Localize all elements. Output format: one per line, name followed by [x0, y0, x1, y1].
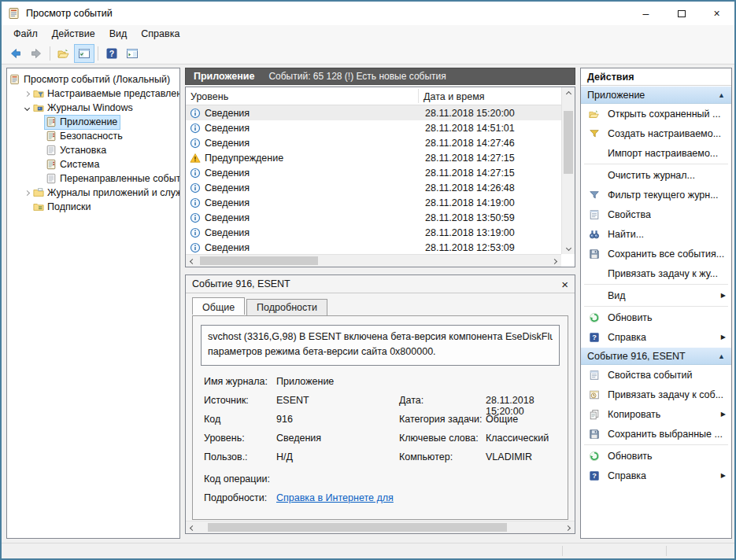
menu-item-Файл[interactable]: Файл — [6, 27, 45, 41]
svg-text:?: ? — [109, 48, 114, 57]
action-item[interactable]: Копировать▶ — [581, 404, 731, 424]
collapsed-chevron-icon[interactable] — [21, 92, 32, 96]
action-item[interactable]: Сохранить выбранные ... — [581, 424, 731, 444]
tree-item-3[interactable]: Приложение — [7, 115, 179, 129]
action-item[interactable]: Импорт настраиваемо... — [581, 143, 731, 163]
actions-section-header-0[interactable]: Приложение▲ — [581, 86, 731, 104]
event-datetime: 28.11.2018 12:53:09 — [419, 242, 515, 253]
tree-item-1[interactable]: Настраиваемые представления — [7, 87, 179, 101]
event-row[interactable]: Предупреждение28.11.2018 14:27:15 — [186, 150, 561, 165]
event-message-box[interactable]: svchost (3316,G,98) В ESENT включена бет… — [201, 325, 560, 366]
scroll-right-button[interactable] — [561, 521, 575, 534]
action-item[interactable]: Создать настраиваемо... — [581, 123, 731, 143]
event-level: Сведения — [205, 242, 250, 253]
event-row[interactable]: Сведения28.11.2018 14:19:00 — [186, 195, 561, 210]
tree-item-9[interactable]: Подписки — [7, 200, 179, 214]
event-row[interactable]: Сведения28.11.2018 13:50:59 — [186, 210, 561, 225]
action-item[interactable]: Обновить — [581, 446, 731, 466]
scroll-left-button[interactable] — [186, 255, 199, 267]
menu-item-Вид[interactable]: Вид — [102, 27, 135, 41]
action-item[interactable]: Фильтр текущего журн... — [581, 185, 731, 204]
event-datetime: 28.11.2018 15:20:00 — [419, 108, 515, 119]
event-row[interactable]: Сведения28.11.2018 13:19:00 — [186, 225, 561, 240]
event-level: Сведения — [205, 227, 250, 238]
close-button[interactable]: × — [699, 2, 734, 25]
event-row[interactable]: Сведения28.11.2018 14:27:15 — [186, 165, 561, 180]
action-item[interactable]: Свойства событий — [581, 365, 731, 385]
tree-item-8[interactable]: Журналы приложений и служб — [7, 186, 179, 200]
field-label: Источник: — [204, 395, 249, 406]
details-horizontal-scrollbar[interactable] — [186, 521, 575, 533]
window-title: Просмотр событий — [26, 8, 113, 19]
column-header-level[interactable]: Уровень — [186, 87, 418, 105]
action-item[interactable]: Очистить журнал... — [581, 165, 731, 185]
scroll-up-button[interactable] — [562, 87, 575, 100]
action-item[interactable]: Найти... — [581, 224, 731, 244]
collapsed-chevron-icon[interactable] — [21, 191, 32, 195]
scroll-thumb[interactable] — [564, 111, 573, 174]
collapse-caret-icon[interactable]: ▲ — [718, 352, 725, 360]
event-row[interactable]: Сведения28.11.2018 14:27:46 — [186, 135, 561, 150]
event-list-vertical-scrollbar[interactable] — [561, 87, 575, 254]
action-item[interactable]: Вид▶ — [581, 286, 731, 305]
details-close-button[interactable]: × — [561, 278, 568, 290]
tree-item-label: Безопасность — [60, 131, 123, 142]
action-item-label: Копировать — [608, 409, 660, 420]
scroll-thumb[interactable] — [200, 256, 318, 265]
action-item[interactable]: Свойства — [581, 204, 731, 224]
back-button[interactable] — [6, 44, 26, 63]
tree-item-4[interactable]: Безопасность — [7, 129, 179, 143]
field-value: 916 — [276, 414, 293, 425]
scroll-left-button[interactable] — [186, 521, 199, 534]
tree-item-6[interactable]: Система — [7, 157, 179, 171]
action-item[interactable]: ?Справка▶ — [581, 466, 731, 485]
expanded-chevron-icon[interactable] — [21, 106, 32, 110]
event-row[interactable]: Сведения28.11.2018 14:51:01 — [186, 120, 561, 135]
event-row[interactable]: Сведения28.11.2018 12:53:09 — [186, 240, 561, 254]
help-button[interactable]: ? — [102, 44, 122, 63]
forward-button[interactable] — [26, 44, 46, 63]
action-item[interactable]: Привязать задачу к жу... — [581, 263, 731, 283]
scroll-down-button[interactable] — [562, 241, 575, 254]
collapse-caret-icon[interactable]: ▲ — [718, 91, 725, 99]
action-item[interactable]: Сохранить все события... — [581, 244, 731, 263]
maximize-button[interactable] — [664, 2, 699, 25]
action-pane-button[interactable] — [122, 44, 142, 63]
event-list-horizontal-scrollbar[interactable] — [186, 254, 561, 267]
menu-item-Справка[interactable]: Справка — [134, 27, 187, 41]
online-help-link[interactable]: Справка в Интернете для — [276, 492, 394, 503]
info-icon — [190, 123, 201, 134]
tab-details[interactable]: Подробности — [246, 299, 327, 316]
details-tabs: Общие Подробности — [192, 299, 327, 316]
actions-section-header-1[interactable]: Событие 916, ESENT▲ — [581, 347, 731, 365]
menu-item-Действие[interactable]: Действие — [45, 27, 102, 41]
action-item[interactable]: ?Справка▶ — [581, 327, 731, 347]
scroll-right-button[interactable] — [548, 255, 561, 267]
tree-item-5[interactable]: Установка — [7, 143, 179, 157]
scroll-thumb[interactable] — [208, 523, 507, 532]
field-label: Подробности: — [204, 492, 267, 503]
column-header-datetime[interactable]: Дата и время — [419, 87, 560, 105]
action-item[interactable]: Привязать задачу к соб... — [581, 385, 731, 404]
event-field-row: Уровень:СведенияКлючевые слова:Классичес… — [193, 433, 568, 451]
action-item[interactable]: Обновить — [581, 308, 731, 327]
tree-item-2[interactable]: Журналы Windows — [7, 101, 179, 115]
minimize-button[interactable]: – — [628, 2, 664, 25]
toolbar: ? — [2, 42, 734, 64]
event-row[interactable]: Сведения28.11.2018 14:26:48 — [186, 180, 561, 195]
action-item[interactable]: Открыть сохраненный ... — [581, 104, 731, 123]
show-console-tree-button[interactable] — [74, 44, 94, 63]
tree-item-7[interactable]: Перенаправленные события — [7, 171, 179, 186]
field-label: Компьютер: — [399, 451, 453, 462]
tree-item-label: Настраиваемые представления — [47, 88, 180, 99]
event-row[interactable]: Сведения28.11.2018 15:20:00 — [186, 105, 561, 120]
actions-separator — [584, 444, 728, 445]
open-saved-log-button[interactable] — [54, 44, 74, 63]
tab-general[interactable]: Общие — [192, 297, 245, 315]
tree-item-0[interactable]: Просмотр событий (Локальный) — [7, 72, 179, 87]
event-log-icon — [46, 159, 57, 170]
event-viewer-window: Просмотр событий – × ФайлДействиеВидСпра… — [0, 0, 736, 560]
actions-separator — [584, 164, 728, 164]
action-item-label: Открыть сохраненный ... — [608, 109, 720, 120]
action-item-label: Сохранить все события... — [608, 249, 724, 260]
